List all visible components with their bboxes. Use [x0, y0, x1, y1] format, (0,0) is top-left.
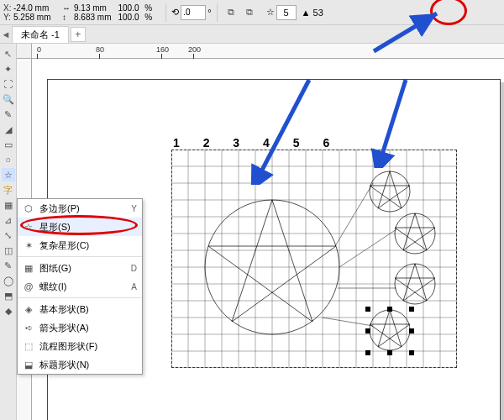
menu-complex-star[interactable]: ✶复杂星形(C) — [18, 236, 142, 255]
mirror-v-icon[interactable]: ⧉ — [241, 4, 258, 21]
y-label: Y: — [3, 13, 12, 22]
menu-separator — [18, 297, 142, 298]
width-icon: ↔ — [62, 3, 72, 12]
rectangle-tool-icon[interactable]: ▭ — [2, 138, 15, 151]
height-icon: ↕ — [62, 13, 72, 21]
selection-handles[interactable] — [368, 309, 412, 353]
smart-fill-icon[interactable]: ◢ — [2, 123, 15, 136]
menu-polygon[interactable]: ⬡多边形(P)Y — [18, 199, 142, 218]
rotate-icon: ⟲ — [171, 7, 179, 18]
menu-flowchart-shapes[interactable]: ⬚流程图形状(F) — [18, 337, 142, 355]
star-icon: ☆ — [266, 7, 275, 18]
connector-tool-icon[interactable]: ⤡ — [2, 228, 15, 242]
pick-tool-icon[interactable]: ↖ — [2, 47, 15, 60]
rotation-control: ⟲ ° — [171, 5, 211, 20]
tab-active[interactable]: 未命名 -1 — [12, 26, 69, 43]
points-input[interactable] — [276, 5, 297, 20]
star-icon: ☆ — [23, 221, 34, 233]
svg-line-42 — [259, 80, 309, 176]
tab-prev-icon[interactable]: ◄ — [0, 29, 12, 40]
separator — [165, 3, 166, 22]
size-readout: ↔9.13 mm ↕8.683 mm — [62, 3, 111, 22]
sharpness-value: 53 — [313, 8, 323, 18]
menu-basic-shapes[interactable]: ◈基本形状(B) — [18, 300, 142, 318]
polygon-flyout-menu: ⬡多边形(P)Y ☆星形(S) ✶复杂星形(C) ▦图纸(G)D @螺纹(I)A… — [17, 198, 143, 375]
hexagon-icon: ⬡ — [23, 202, 34, 214]
angle-input[interactable] — [181, 5, 206, 20]
arrow-shape-icon: ➪ — [23, 322, 34, 333]
menu-arrow-shapes[interactable]: ➪箭头形状(A) — [18, 318, 142, 337]
table-tool-icon[interactable]: ▦ — [2, 198, 15, 212]
crop-tool-icon[interactable]: ⛶ — [2, 77, 15, 91]
sharpness-icon: ▲ — [302, 8, 311, 18]
complex-star-icon: ✶ — [23, 239, 34, 251]
shape-tool-icon[interactable]: ✦ — [2, 62, 15, 76]
height-value[interactable]: 8.683 mm — [74, 13, 111, 22]
flowchart-icon: ⬚ — [23, 340, 34, 352]
outline-tool-icon[interactable]: ◯ — [2, 274, 15, 287]
ellipse-tool-icon[interactable]: ○ — [2, 153, 15, 166]
dimension-tool-icon[interactable]: ⊿ — [2, 213, 15, 227]
annotation-arrow-2 — [368, 76, 418, 168]
shapes-icon: ◈ — [23, 303, 34, 315]
annotation-arrow-3 — [370, 5, 454, 55]
scale-readout: 100.0 % 100.0 % — [118, 3, 152, 22]
star-points-control: ☆ ▲ 53 — [266, 5, 323, 20]
scale-x[interactable]: 100.0 — [118, 3, 139, 13]
width-value[interactable]: 9.13 mm — [74, 3, 107, 13]
interactive-fill-icon[interactable]: ◆ — [2, 304, 15, 318]
svg-line-44 — [381, 80, 406, 160]
separator — [217, 3, 218, 22]
spiral-icon: @ — [23, 281, 34, 292]
scale-y[interactable]: 100.0 — [118, 13, 139, 22]
menu-spiral[interactable]: @螺纹(I)A — [18, 277, 142, 296]
x-value[interactable]: -24.0 mm — [13, 3, 55, 13]
annotation-arrow-1 — [250, 76, 318, 185]
text-tool-icon[interactable]: 字 — [2, 183, 15, 197]
fill-tool-icon[interactable]: ⬒ — [2, 289, 15, 302]
x-label: X: — [3, 3, 12, 13]
polygon-tool-icon[interactable]: ☆ — [2, 168, 15, 181]
eyedropper-tool-icon[interactable]: ✎ — [2, 259, 15, 272]
position-readout: X:-24.0 mm Y:5.258 mm — [3, 3, 55, 22]
freehand-tool-icon[interactable]: ✎ — [2, 108, 15, 121]
mirror-h-icon[interactable]: ⧉ — [223, 4, 239, 21]
menu-banner-shapes[interactable]: ⬓标题形状(N) — [18, 355, 142, 374]
toolbox: ↖ ✦ ⛶ 🔍 ✎ ◢ ▭ ○ ☆ 字 ▦ ⊿ ⤡ ◫ ✎ ◯ ⬒ ◆ — [0, 44, 17, 420]
svg-line-46 — [374, 13, 437, 51]
add-tab-button[interactable]: + — [71, 27, 86, 42]
menu-graph-paper[interactable]: ▦图纸(G)D — [18, 259, 142, 277]
menu-star[interactable]: ☆星形(S) — [18, 218, 142, 236]
zoom-tool-icon[interactable]: 🔍 — [2, 92, 15, 106]
ruler-origin[interactable] — [17, 44, 32, 59]
effects-tool-icon[interactable]: ◫ — [2, 244, 15, 257]
banner-icon: ⬓ — [23, 359, 34, 370]
degree-label: ° — [207, 8, 211, 18]
y-value[interactable]: 5.258 mm — [13, 13, 55, 22]
grid-icon: ▦ — [23, 262, 34, 274]
menu-separator — [18, 256, 142, 257]
